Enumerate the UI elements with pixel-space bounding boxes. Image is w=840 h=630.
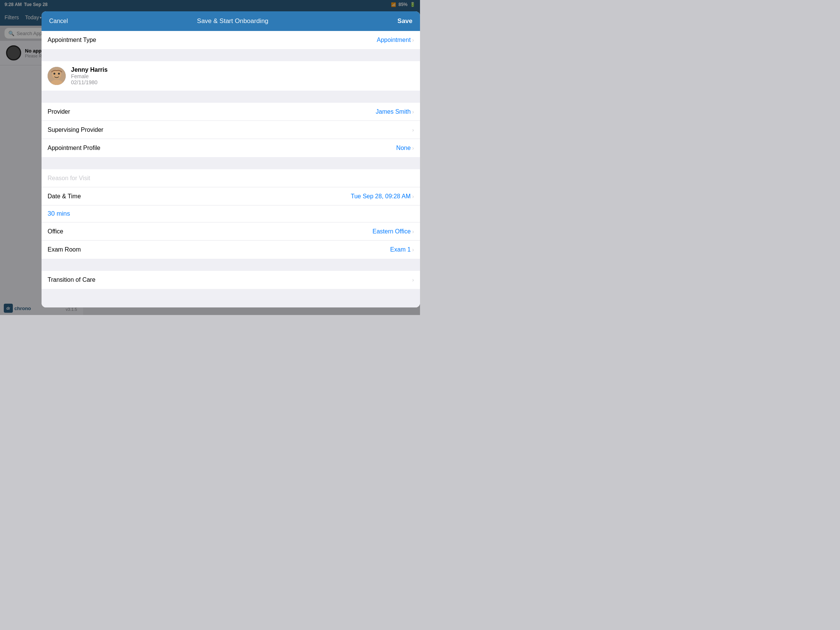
date-time-value: Tue Sep 28, 09:28 AM › — [351, 193, 414, 200]
supervising-provider-chevron: › — [412, 127, 414, 133]
supervising-provider-label: Supervising Provider — [47, 126, 412, 133]
supervising-provider-value: › — [412, 127, 414, 133]
transition-of-care-label: Transition of Care — [47, 276, 412, 283]
patient-avatar-img — [47, 67, 66, 85]
provider-value: James Smith › — [376, 108, 414, 115]
visit-details-section: Reason for Visit Date & Time Tue Sep 28,… — [41, 169, 420, 259]
appointment-profile-label: Appointment Profile — [47, 145, 396, 152]
patient-dob: 02/11/1980 — [71, 79, 107, 85]
appointment-profile-chevron: › — [412, 145, 414, 151]
provider-section: Provider James Smith › Supervising Provi… — [41, 103, 420, 157]
reason-for-visit-placeholder: Reason for Visit — [47, 175, 90, 182]
patient-name: Jenny Harris — [71, 66, 107, 73]
date-time-row[interactable]: Date & Time Tue Sep 28, 09:28 AM › — [41, 187, 420, 205]
patient-info: Jenny Harris Female 02/11/1980 — [71, 66, 107, 85]
modal-body: Appointment Type Appointment › — [41, 31, 420, 308]
gap-2 — [41, 97, 420, 103]
appointment-type-section: Appointment Type Appointment › — [41, 31, 420, 49]
gap-5 — [41, 295, 420, 301]
cancel-button[interactable]: Cancel — [49, 18, 68, 25]
gap-4 — [41, 265, 420, 271]
patient-row[interactable]: Jenny Harris Female 02/11/1980 — [41, 61, 420, 91]
exam-room-label: Exam Room — [47, 246, 390, 253]
office-label: Office — [47, 228, 373, 235]
supervising-provider-row[interactable]: Supervising Provider › — [41, 121, 420, 139]
office-value: Eastern Office › — [373, 228, 414, 235]
transition-section: Transition of Care › — [41, 271, 420, 289]
transition-of-care-chevron: › — [412, 277, 414, 283]
provider-chevron: › — [412, 109, 414, 115]
date-time-label: Date & Time — [47, 193, 351, 200]
exam-room-row[interactable]: Exam Room Exam 1 › — [41, 241, 420, 259]
save-button[interactable]: Save — [397, 17, 412, 25]
appointment-type-value: Appointment › — [377, 36, 414, 43]
modal-header: Cancel Save & Start Onboarding Save — [41, 11, 420, 31]
appointment-profile-value: None › — [396, 145, 414, 152]
provider-row[interactable]: Provider James Smith › — [41, 103, 420, 121]
reason-for-visit-row[interactable]: Reason for Visit — [41, 169, 420, 187]
svg-point-3 — [54, 73, 55, 75]
office-row[interactable]: Office Eastern Office › — [41, 223, 420, 241]
date-time-chevron: › — [412, 193, 414, 199]
appointment-type-label: Appointment Type — [47, 36, 377, 43]
exam-room-value: Exam 1 › — [390, 246, 414, 253]
appointment-type-chevron: › — [412, 37, 414, 43]
office-chevron: › — [412, 229, 414, 235]
modal-title: Save & Start Onboarding — [68, 17, 397, 25]
patient-avatar — [47, 67, 66, 85]
gap-1 — [41, 55, 420, 61]
duration-value: 30 mins — [47, 210, 70, 217]
appointment-profile-row[interactable]: Appointment Profile None › — [41, 139, 420, 157]
svg-point-4 — [58, 73, 60, 75]
patient-gender: Female — [71, 73, 107, 79]
patient-section: Jenny Harris Female 02/11/1980 — [41, 61, 420, 91]
transition-of-care-value: › — [412, 277, 414, 283]
appointment-modal: Cancel Save & Start Onboarding Save Appo… — [41, 11, 420, 308]
gap-3 — [41, 163, 420, 169]
provider-label: Provider — [47, 108, 376, 115]
duration-row[interactable]: 30 mins — [41, 205, 420, 223]
appointment-type-row[interactable]: Appointment Type Appointment › — [41, 31, 420, 49]
exam-room-chevron: › — [412, 246, 414, 253]
transition-of-care-row[interactable]: Transition of Care › — [41, 271, 420, 289]
